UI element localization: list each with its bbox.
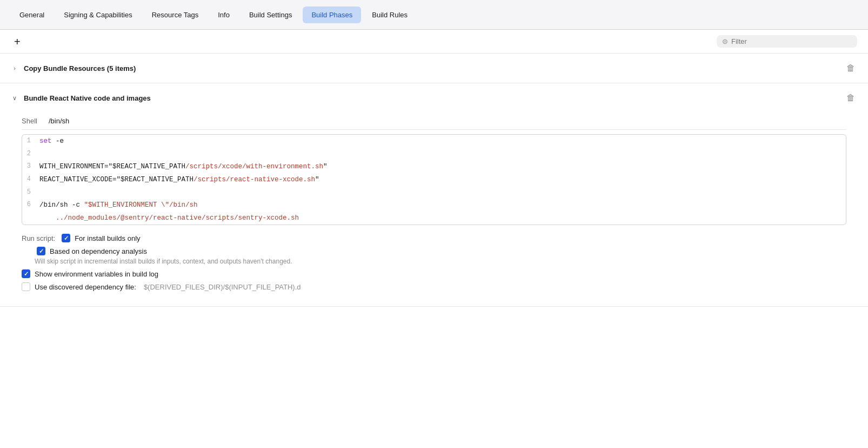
copy-bundle-chevron: › xyxy=(11,65,18,71)
code-line-3: 3 WITH_ENVIRONMENT="$REACT_NATIVE_PATH/s… xyxy=(22,160,839,173)
copy-bundle-header[interactable]: › Copy Bundle Resources (5 items) 🗑 xyxy=(0,54,868,83)
option2-row: Based on dependency analysis xyxy=(37,247,846,255)
shell-label: Shell xyxy=(22,117,49,125)
tab-build-settings[interactable]: Build Settings xyxy=(241,6,301,23)
bundle-rn-chevron: ∨ xyxy=(11,95,18,102)
option3-checkbox[interactable] xyxy=(22,269,30,278)
filter-wrapper: ⊜ xyxy=(717,35,857,48)
line-num-2: 2 xyxy=(22,149,39,159)
toolbar: + ⊜ xyxy=(0,30,868,54)
bundle-rn-title: Bundle React Native code and images xyxy=(24,94,151,102)
bundle-rn-body: Shell /bin/sh 1 set -e 2 xyxy=(0,113,868,306)
bundle-rn-header[interactable]: ∨ Bundle React Native code and images 🗑 xyxy=(0,83,868,113)
copy-bundle-section: › Copy Bundle Resources (5 items) 🗑 xyxy=(0,54,868,83)
run-script-label: Run script: xyxy=(22,234,55,242)
filter-icon: ⊜ xyxy=(722,37,728,45)
line-code-6b: ../node_modules/@sentry/react-native/scr… xyxy=(39,213,839,223)
line-code-6: /bin/sh -c "$WITH_ENVIRONMENT \"/bin/sh xyxy=(39,200,839,210)
line-num-6: 6 xyxy=(22,200,39,210)
copy-bundle-title: Copy Bundle Resources (5 items) xyxy=(24,64,136,73)
copy-bundle-header-left: › Copy Bundle Resources (5 items) xyxy=(11,64,136,73)
code-line-2: 2 xyxy=(22,148,839,160)
option1-checkbox[interactable] xyxy=(62,234,70,242)
tab-resource-tags[interactable]: Resource Tags xyxy=(143,6,207,23)
options-section: Run script: For install builds only Base… xyxy=(22,234,846,291)
trash-icon: 🗑 xyxy=(846,63,855,73)
option2-label: Based on dependency analysis xyxy=(50,247,147,255)
line-num-3: 3 xyxy=(22,161,39,172)
line-num-1: 1 xyxy=(22,136,39,146)
option4-value: $(DERIVED_FILES_DIR)/$(INPUT_FILE_PATH).… xyxy=(144,283,301,291)
line-num-5: 5 xyxy=(22,187,39,197)
tab-info[interactable]: Info xyxy=(209,6,238,23)
filter-input[interactable] xyxy=(731,37,852,45)
trash-icon-2: 🗑 xyxy=(846,93,855,102)
option3-row: Show environment variables in build log xyxy=(22,269,846,278)
tab-build-phases[interactable]: Build Phases xyxy=(303,6,361,23)
code-line-1: 1 set -e xyxy=(22,135,839,148)
code-line-6b: ../node_modules/@sentry/react-native/scr… xyxy=(22,212,839,225)
tab-build-rules[interactable]: Build Rules xyxy=(363,6,416,23)
code-line-6: 6 /bin/sh -c "$WITH_ENVIRONMENT \"/bin/s… xyxy=(22,199,839,212)
line-code-3: WITH_ENVIRONMENT="$REACT_NATIVE_PATH/scr… xyxy=(39,161,839,172)
code-scroll[interactable]: 1 set -e 2 3 WITH_ENVIRONMENT="$REACT_NA… xyxy=(22,135,846,225)
shell-row: Shell /bin/sh xyxy=(22,113,846,130)
content: › Copy Bundle Resources (5 items) 🗑 ∨ Bu… xyxy=(0,54,868,307)
option1-label: For install builds only xyxy=(75,234,140,242)
line-code-4: REACT_NATIVE_XCODE="$REACT_NATIVE_PATH/s… xyxy=(39,174,839,185)
run-script-row: Run script: For install builds only xyxy=(22,234,846,242)
line-num-4: 4 xyxy=(22,174,39,185)
shell-value: /bin/sh xyxy=(49,117,69,125)
code-editor[interactable]: 1 set -e 2 3 WITH_ENVIRONMENT="$REACT_NA… xyxy=(22,134,846,225)
option4-label: Use discovered dependency file: xyxy=(35,283,136,291)
tab-signing[interactable]: Signing & Capabilities xyxy=(55,6,141,23)
option2-hint: Will skip script in incremental install … xyxy=(35,258,846,265)
bundle-rn-delete[interactable]: 🗑 xyxy=(844,92,857,104)
option2-checkbox[interactable] xyxy=(37,247,45,255)
tab-bar: General Signing & Capabilities Resource … xyxy=(0,0,868,30)
bundle-rn-section: ∨ Bundle React Native code and images 🗑 … xyxy=(0,83,868,307)
option4-checkbox[interactable] xyxy=(22,282,30,291)
add-button[interactable]: + xyxy=(11,35,24,48)
code-line-5: 5 xyxy=(22,186,839,199)
code-line-4: 4 REACT_NATIVE_XCODE="$REACT_NATIVE_PATH… xyxy=(22,173,839,186)
bundle-rn-header-left: ∨ Bundle React Native code and images xyxy=(11,94,151,102)
tab-general[interactable]: General xyxy=(11,6,53,23)
line-code-1: set -e xyxy=(39,136,839,147)
option4-row: Use discovered dependency file: $(DERIVE… xyxy=(22,282,846,291)
option3-label: Show environment variables in build log xyxy=(35,270,158,278)
copy-bundle-delete[interactable]: 🗑 xyxy=(844,62,857,74)
